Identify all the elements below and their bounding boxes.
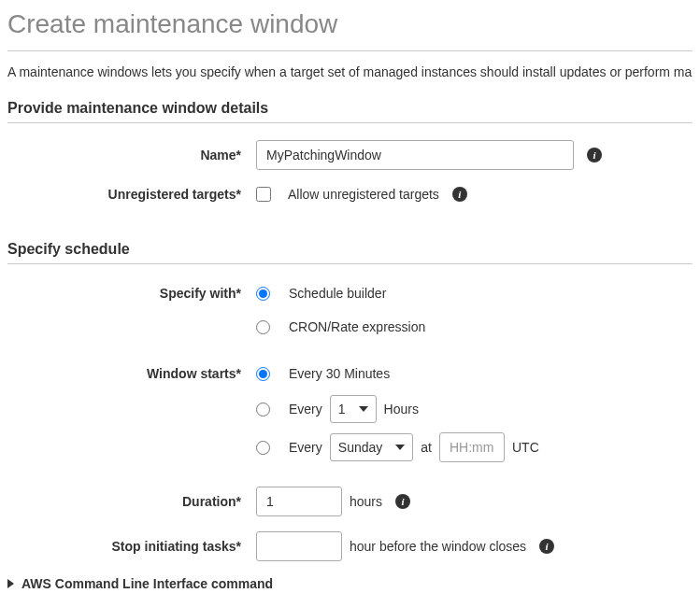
- info-icon[interactable]: i: [452, 187, 467, 202]
- stop-tasks-label: Stop initiating tasks*: [7, 539, 256, 554]
- info-icon[interactable]: i: [395, 494, 410, 509]
- window-starts-label: Window starts*: [7, 366, 256, 381]
- chevron-down-icon: [395, 445, 405, 450]
- utc-label: UTC: [512, 440, 539, 455]
- unregistered-targets-checkbox-label: Allow unregistered targets: [288, 187, 439, 202]
- name-input[interactable]: [256, 140, 574, 170]
- duration-suffix: hours: [350, 494, 382, 509]
- specify-with-radio-builder[interactable]: [256, 287, 270, 301]
- divider: [7, 263, 693, 264]
- at-label: at: [421, 440, 432, 455]
- day-select[interactable]: Sunday: [330, 433, 413, 461]
- name-label: Name*: [7, 148, 256, 162]
- specify-with-builder-label: Schedule builder: [289, 286, 386, 301]
- duration-input[interactable]: [256, 487, 342, 516]
- page-title: Create maintenance window: [7, 9, 693, 39]
- schedule-heading: Specify schedule: [7, 241, 693, 258]
- stop-tasks-suffix: hour before the window closes: [350, 539, 526, 554]
- cli-command-label: AWS Command Line Interface command: [21, 576, 273, 591]
- info-icon[interactable]: i: [587, 148, 602, 162]
- info-icon[interactable]: i: [539, 539, 554, 554]
- window-starts-every-label: Every: [289, 402, 322, 417]
- unregistered-targets-checkbox[interactable]: [256, 187, 271, 202]
- divider: [7, 122, 693, 123]
- page-description: A maintenance windows lets you specify w…: [7, 64, 693, 79]
- window-starts-radio-day[interactable]: [256, 441, 270, 455]
- divider: [7, 50, 693, 51]
- duration-label: Duration*: [7, 494, 256, 509]
- day-select-value: Sunday: [338, 440, 382, 455]
- hours-suffix-label: Hours: [384, 402, 419, 417]
- cli-command-expander[interactable]: AWS Command Line Interface command: [7, 576, 693, 591]
- hours-select[interactable]: 1: [330, 395, 377, 423]
- hours-select-value: 1: [338, 402, 346, 417]
- chevron-down-icon: [359, 406, 368, 412]
- specify-with-cron-label: CRON/Rate expression: [289, 319, 425, 334]
- stop-tasks-input[interactable]: [256, 531, 342, 561]
- window-starts-radio-30min[interactable]: [256, 367, 270, 381]
- details-heading: Provide maintenance window details: [7, 100, 693, 117]
- specify-with-label: Specify with*: [7, 286, 256, 301]
- time-input[interactable]: [439, 432, 505, 462]
- unregistered-targets-label: Unregistered targets*: [7, 187, 256, 202]
- specify-with-radio-cron[interactable]: [256, 320, 270, 334]
- window-starts-every-label2: Every: [289, 440, 322, 455]
- chevron-right-icon: [7, 579, 14, 588]
- window-starts-radio-hours[interactable]: [256, 402, 270, 417]
- window-starts-30min-label: Every 30 Minutes: [289, 366, 390, 381]
